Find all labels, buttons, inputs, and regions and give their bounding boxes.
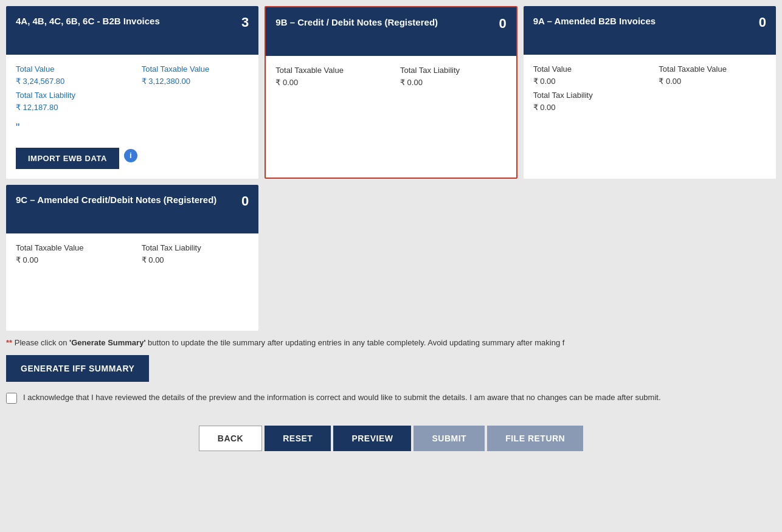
card-cdn-taxable-value-label: Total Taxable Value: [275, 66, 382, 75]
card-ab2b-taxable-value-label: Total Taxable Value: [659, 64, 766, 74]
notice-asterisks: **: [6, 338, 12, 347]
card-b2b-header[interactable]: 4A, 4B, 4C, 6B, 6C - B2B Invoices 3: [6, 6, 258, 55]
card-amended-cdn-title: 9C – Amended Credit/Debit Notes (Registe…: [16, 193, 235, 206]
empty-col-3: [524, 185, 776, 331]
generate-iff-summary-button[interactable]: GENERATE IFF SUMMARY: [6, 355, 149, 382]
card-ab2b-tax-liability-val: ₹ 0.00: [533, 103, 556, 112]
card-cdn-taxable-value: Total Taxable Value ₹ 0.00: [275, 66, 382, 87]
card-credit-debit: 9B – Credit / Debit Notes (Registered) 0…: [265, 6, 517, 179]
import-ewb-button[interactable]: IMPORT EWB DATA: [16, 148, 119, 169]
card-acdn-tax-liability: Total Tax Liability ₹ 0.00: [142, 243, 249, 264]
card-b2b-tax-liability-label: Total Tax Liability: [16, 91, 249, 100]
card-credit-debit-row1: Total Taxable Value ₹ 0.00 Total Tax Lia…: [275, 66, 506, 87]
back-button[interactable]: BACK: [199, 426, 262, 451]
acknowledge-text: I acknowledge that I have reviewed the d…: [23, 392, 661, 404]
top-cards-grid: 4A, 4B, 4C, 6B, 6C - B2B Invoices 3 Tota…: [6, 6, 776, 179]
reset-button[interactable]: RESET: [265, 426, 331, 451]
card-amended-b2b-count: 0: [759, 15, 766, 30]
notice-bold: 'Generate Summary': [69, 338, 145, 347]
card-b2b-tax-liability-val: ₹ 12,187.80: [16, 103, 58, 112]
card-amended-cdn-row1: Total Taxable Value ₹ 0.00 Total Tax Lia…: [16, 243, 249, 264]
card-b2b-quote: ": [16, 117, 249, 134]
card-acdn-taxable-value-val: ₹ 0.00: [16, 255, 38, 264]
card-b2b-taxable-value: Total Taxable Value ₹ 3,12,380.00: [142, 64, 249, 86]
card-amended-b2b-row2: Total Tax Liability ₹ 0.00: [533, 91, 766, 112]
card-amended-b2b: 9A – Amended B2B Invoices 0 Total Value …: [524, 6, 776, 179]
card-acdn-tax-liability-val: ₹ 0.00: [142, 255, 164, 264]
card-amended-cdn-count: 0: [241, 193, 249, 209]
card-b2b-tax-liability: Total Tax Liability ₹ 12,187.80: [16, 91, 249, 112]
submit-button: SUBMIT: [413, 426, 485, 451]
card-amended-b2b-row1: Total Value ₹ 0.00 Total Taxable Value ₹…: [533, 64, 766, 86]
card-amended-b2b-body: Total Value ₹ 0.00 Total Taxable Value ₹…: [524, 55, 776, 152]
card-ab2b-tax-liability-label: Total Tax Liability: [533, 91, 766, 100]
card-amended-cdn-header[interactable]: 9C – Amended Credit/Debit Notes (Registe…: [6, 185, 258, 233]
card-ab2b-total-value-label: Total Value: [533, 64, 641, 74]
card-acdn-taxable-value: Total Taxable Value ₹ 0.00: [16, 243, 123, 264]
card-ab2b-total-value: Total Value ₹ 0.00: [533, 64, 641, 86]
card-b2b-title: 4A, 4B, 4C, 6B, 6C - B2B Invoices: [16, 15, 235, 27]
card-cdn-tax-liability-val: ₹ 0.00: [400, 78, 423, 87]
card-b2b-row1: Total Value ₹ 3,24,567.80 Total Taxable …: [16, 64, 249, 86]
card-credit-debit-header[interactable]: 9B – Credit / Debit Notes (Registered) 0: [266, 7, 516, 56]
bottom-cards-row: 9C – Amended Credit/Debit Notes (Registe…: [6, 185, 776, 331]
notice-text2: button to update the tile summary after …: [148, 338, 564, 347]
card-b2b-import-row: IMPORT EWB DATA i: [16, 142, 249, 169]
card-amended-b2b-header[interactable]: 9A – Amended B2B Invoices 0: [524, 6, 776, 55]
card-acdn-tax-liability-label: Total Tax Liability: [142, 243, 249, 252]
card-b2b-row2: Total Tax Liability ₹ 12,187.80: [16, 91, 249, 112]
card-ab2b-taxable-value: Total Taxable Value ₹ 0.00: [659, 64, 766, 86]
card-ab2b-tax-liability: Total Tax Liability ₹ 0.00: [533, 91, 766, 112]
card-b2b-body: Total Value ₹ 3,24,567.80 Total Taxable …: [6, 55, 258, 179]
notice-text1: Please click on: [15, 338, 69, 347]
card-amended-cdn: 9C – Amended Credit/Debit Notes (Registe…: [6, 185, 258, 331]
card-cdn-taxable-value-val: ₹ 0.00: [275, 78, 298, 87]
footer-buttons: BACK RESET PREVIEW SUBMIT FILE RETURN: [0, 420, 782, 457]
file-return-button: FILE RETURN: [487, 426, 583, 451]
acknowledge-row: I acknowledge that I have reviewed the d…: [6, 392, 776, 404]
notice-text: ** Please click on 'Generate Summary' bu…: [6, 337, 776, 349]
card-b2b-total-value-val: ₹ 3,24,567.80: [16, 77, 64, 86]
card-b2b-total-value-label: Total Value: [16, 64, 123, 74]
card-cdn-tax-liability-label: Total Tax Liability: [400, 66, 507, 75]
card-b2b-taxable-value-label: Total Taxable Value: [142, 64, 249, 74]
card-credit-debit-count: 0: [499, 16, 506, 32]
card-amended-b2b-title: 9A – Amended B2B Invoices: [533, 15, 753, 27]
card-b2b-count: 3: [241, 15, 249, 30]
empty-col-2: [265, 185, 517, 331]
card-cdn-tax-liability: Total Tax Liability ₹ 0.00: [400, 66, 507, 87]
card-credit-debit-title: 9B – Credit / Debit Notes (Registered): [275, 16, 493, 29]
card-b2b-total-value: Total Value ₹ 3,24,567.80: [16, 64, 123, 86]
card-b2b-taxable-value-val: ₹ 3,12,380.00: [142, 77, 190, 86]
card-credit-debit-body: Total Taxable Value ₹ 0.00 Total Tax Lia…: [266, 56, 516, 153]
preview-button[interactable]: PREVIEW: [333, 426, 411, 451]
card-acdn-taxable-value-label: Total Taxable Value: [16, 243, 123, 252]
info-icon[interactable]: i: [124, 149, 137, 162]
acknowledge-checkbox[interactable]: [6, 393, 17, 404]
card-amended-cdn-body: Total Taxable Value ₹ 0.00 Total Tax Lia…: [6, 233, 258, 331]
card-b2b: 4A, 4B, 4C, 6B, 6C - B2B Invoices 3 Tota…: [6, 6, 258, 179]
main-content: 4A, 4B, 4C, 6B, 6C - B2B Invoices 3 Tota…: [0, 0, 782, 420]
card-ab2b-total-value-val: ₹ 0.00: [533, 77, 556, 86]
card-ab2b-taxable-value-val: ₹ 0.00: [659, 77, 681, 86]
